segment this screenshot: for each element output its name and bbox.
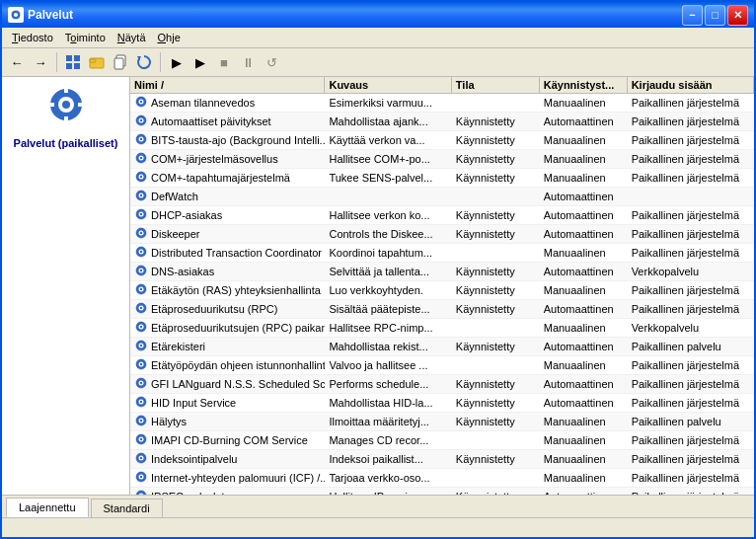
table-row[interactable]: HID Input Service Mahdollistaa HID-la...…	[130, 394, 754, 413]
cell-startup: Manuaalinen	[540, 471, 628, 485]
play-button[interactable]: ▶	[166, 51, 188, 73]
table-row[interactable]: BITS-tausta-ajo (Background Intelli... K…	[130, 131, 754, 150]
cell-name: BITS-tausta-ajo (Background Intelli...	[130, 131, 325, 149]
service-icon	[134, 339, 148, 354]
table-row[interactable]: Etäproseduurikutsujen (RPC) paikan... Ha…	[130, 319, 754, 338]
service-name-text: Diskeeper	[151, 228, 200, 240]
cell-login: Paikallinen järjestelmä	[628, 283, 754, 297]
table-row[interactable]: IPSEC-palvelut Hallitsee IP-suojau... Kä…	[130, 488, 754, 495]
cell-name: Automaattiset päivitykset	[130, 113, 325, 130]
col-header-startup[interactable]: Käynnistyst...	[540, 77, 628, 93]
cell-login: Paikallinen järjestelmä	[628, 377, 754, 391]
cell-name: Hälytys	[130, 413, 325, 430]
cell-name: Etäproseduurikutsujen (RPC) paikan...	[130, 319, 325, 337]
tab-laajennettu[interactable]: Laajennettu	[6, 498, 89, 517]
window-controls: − □ ✕	[682, 5, 748, 26]
cell-desc: Selvittää ja tallenta...	[325, 265, 451, 278]
cell-startup: Manuaalinen	[540, 415, 628, 428]
view-toggle-button[interactable]	[62, 51, 84, 73]
col-header-name[interactable]: Nimi /	[130, 77, 325, 93]
up-folder-button[interactable]	[86, 51, 108, 73]
svg-rect-14	[64, 87, 68, 93]
service-name-text: Etärekisteri	[151, 341, 205, 352]
window-title: Palvelut	[28, 8, 678, 22]
cell-login: Paikallinen järjestelmä	[628, 302, 754, 316]
service-icon	[134, 376, 148, 392]
table-row[interactable]: COM+-tapahtumajärjestelmä Tukee SENS-pal…	[130, 169, 754, 188]
svg-point-38	[140, 213, 142, 215]
col-header-login[interactable]: Kirjaudu sisään	[628, 77, 754, 93]
service-icon	[134, 357, 148, 373]
play2-button[interactable]: ▶	[189, 51, 211, 73]
pause-button[interactable]: ⏸	[237, 51, 259, 73]
cell-login: Paikallinen järjestelmä	[628, 171, 754, 185]
toolbar-separator-1	[56, 52, 57, 72]
service-name-text: DefWatch	[151, 191, 198, 202]
table-row[interactable]: DefWatch Automaattinen	[130, 188, 754, 206]
table-row[interactable]: Automaattiset päivitykset Mahdollistaa a…	[130, 113, 754, 131]
close-button[interactable]: ✕	[727, 5, 748, 26]
svg-rect-2	[66, 55, 72, 61]
col-header-status[interactable]: Tila	[452, 77, 540, 93]
service-name-text: Automaattiset päivitykset	[151, 116, 271, 127]
table-row[interactable]: Etäproseduurikutsu (RPC) Sisältää päätep…	[130, 300, 754, 319]
table-row[interactable]: IMAPI CD-Burning COM Service Manages CD …	[130, 431, 754, 450]
table-row[interactable]: DHCP-asiakas Hallitsee verkon ko... Käyn…	[130, 206, 754, 225]
cell-desc: Sisältää päätepiste...	[325, 302, 451, 316]
service-name-text: Etäproseduurikutsu (RPC)	[151, 303, 277, 315]
cell-startup: Manuaalinen	[540, 283, 628, 297]
col-header-desc[interactable]: Kuvaus	[325, 77, 451, 93]
tab-standardi[interactable]: Standardi	[91, 499, 163, 517]
cell-startup: Manuaalinen	[540, 133, 628, 147]
forward-button[interactable]: →	[30, 51, 51, 73]
cell-login: Paikallinen järjestelmä	[628, 133, 754, 147]
cell-desc: Manages CD recor...	[325, 433, 451, 447]
table-row[interactable]: Etäkäytön (RAS) yhteyksienhallinta Luo v…	[130, 281, 754, 300]
table-row[interactable]: Etärekisteri Mahdollistaa rekist... Käyn…	[130, 338, 754, 356]
back-button[interactable]: ←	[6, 51, 28, 73]
minimize-button[interactable]: −	[682, 5, 703, 26]
cell-status	[452, 439, 540, 441]
svg-point-50	[140, 288, 142, 290]
table-row[interactable]: Aseman tilannevedos Esimerkiksi varmuu..…	[130, 94, 754, 113]
svg-rect-3	[74, 55, 80, 61]
table-row[interactable]: Distributed Transaction Coordinator Koor…	[130, 244, 754, 263]
svg-point-71	[140, 420, 142, 422]
refresh-button[interactable]	[133, 51, 155, 73]
table-row[interactable]: Internet-yhteyden palomuuri (ICF) /... T…	[130, 469, 754, 488]
table-row[interactable]: GFI LANguard N.S.S. Scheduled Sca... Per…	[130, 375, 754, 394]
cell-status: Käynnistetty	[452, 396, 540, 410]
table-row[interactable]: Diskeeper Controls the Diskee... Käynnis…	[130, 225, 754, 244]
table-row[interactable]: DNS-asiakas Selvittää ja tallenta... Käy…	[130, 263, 754, 281]
table-row[interactable]: Etätyöpöydän ohjeen istunnonhallinta Val…	[130, 356, 754, 375]
menu-toiminto[interactable]: Toiminto	[59, 30, 112, 45]
maximize-button[interactable]: □	[705, 5, 725, 26]
menu-tiedosto[interactable]: Tiedosto	[6, 30, 59, 45]
menu-nayta[interactable]: Näytä	[112, 30, 152, 45]
service-icon	[134, 320, 148, 336]
table-row[interactable]: Indeksointipalvelu Indeksoi paikallist..…	[130, 450, 754, 469]
table-row[interactable]: COM+-järjestelmäsovellus Hallitsee COM+-…	[130, 150, 754, 169]
service-list-area: Nimi / Kuvaus Tila Käynnistyst... Kirjau…	[130, 77, 754, 495]
service-icon	[134, 114, 148, 129]
main-content: Palvelut (paikalliset) Nimi / Kuvaus Til…	[2, 77, 754, 495]
cell-desc: Hallitsee verkon ko...	[325, 208, 451, 222]
cell-login: Paikallinen järjestelmä	[628, 96, 754, 110]
cell-status: Käynnistetty	[452, 377, 540, 391]
svg-point-44	[140, 251, 142, 253]
service-icon	[134, 226, 148, 242]
cell-startup: Automaattinen	[540, 208, 628, 222]
copy-button[interactable]	[110, 51, 131, 73]
service-name-text: Internet-yhteyden palomuuri (ICF) /...	[151, 472, 325, 484]
restart-button[interactable]: ↺	[261, 51, 282, 73]
cell-login: Paikallinen järjestelmä	[628, 396, 754, 410]
cell-desc: Tukee SENS-palvel...	[325, 171, 451, 185]
table-body[interactable]: Aseman tilannevedos Esimerkiksi varmuu..…	[130, 94, 754, 495]
menu-ohje[interactable]: Ohje	[152, 30, 187, 45]
cell-login: Paikallinen järjestelmä	[628, 452, 754, 466]
cell-status: Käynnistetty	[452, 283, 540, 297]
table-row[interactable]: Hälytys Ilmoittaa määritetyj... Käynnist…	[130, 413, 754, 431]
cell-desc: Esimerkiksi varmuu...	[325, 96, 451, 110]
stop-button[interactable]: ■	[213, 51, 235, 73]
svg-point-26	[140, 138, 142, 140]
